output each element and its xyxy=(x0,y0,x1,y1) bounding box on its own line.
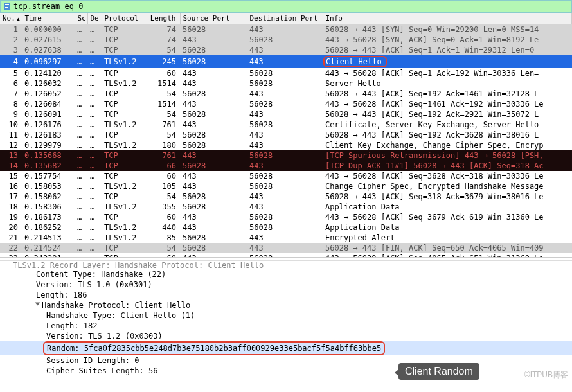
cell-src: 443 xyxy=(180,35,247,45)
detail-handshake-proto[interactable]: Handshake Protocol: Client Hello xyxy=(0,300,572,310)
cell-sc: … xyxy=(75,150,87,161)
table-row[interactable]: 90.126091……TCP545602844356028 → 443 [ACK… xyxy=(0,109,572,120)
detail-length[interactable]: Length: 186 xyxy=(0,290,572,300)
table-row[interactable]: 60.126032……TLSv1.2151444356028Server Hel… xyxy=(0,78,572,89)
cell-proto: TLSv1.2 xyxy=(102,233,143,243)
cell-no: 3 xyxy=(0,45,22,55)
packet-list-pane[interactable]: No.▲ Time Sc De Protocol Length Source P… xyxy=(0,13,572,258)
table-row[interactable]: 140.135682……TCP6656028443[TCP Dup ACK 11… xyxy=(0,161,572,171)
table-row[interactable]: 40.096297……TLSv1.224556028443Client Hell… xyxy=(0,55,572,68)
cell-time: 0.027615 xyxy=(22,35,75,45)
table-row[interactable]: 130.135668……TCP76144356028[TCP Spurious … xyxy=(0,150,572,161)
table-row[interactable]: 190.186173……TCP6044356028443 → 56028 [AC… xyxy=(0,212,572,222)
detail-hs-version[interactable]: Version: TLS 1.2 (0x0303) xyxy=(0,331,572,341)
table-row[interactable]: 80.126084……TCP151444356028443 → 56028 [A… xyxy=(0,99,572,109)
cell-no: 2 xyxy=(0,35,22,45)
cell-sc: … xyxy=(75,212,87,222)
col-header-sport[interactable]: Source Port xyxy=(180,13,247,24)
detail-random[interactable]: Random: 5fca0f2835cbb5e248d7b3e75180b2b3… xyxy=(0,341,572,355)
cell-info: Application Data xyxy=(323,202,572,212)
cell-info: 443 → 56028 [ACK] Seq=1461 Ack=192 Win=3… xyxy=(323,99,572,109)
table-row[interactable]: 50.124120……TCP6044356028443 → 56028 [ACK… xyxy=(0,68,572,78)
col-header-dport[interactable]: Destination Port xyxy=(247,13,323,24)
cell-dst: 443 xyxy=(247,233,323,243)
packet-details-pane[interactable]: TLSv1.2 Record Layer: Handshake Protocol… xyxy=(0,258,572,392)
cell-de: … xyxy=(87,243,102,253)
cell-proto: TCP xyxy=(102,24,143,35)
table-row[interactable]: 180.158306……TLSv1.235556028443Applicatio… xyxy=(0,202,572,212)
table-row[interactable]: 100.126176……TLSv1.276144356028Certificat… xyxy=(0,120,572,130)
cell-de: … xyxy=(87,55,102,68)
col-header-proto[interactable]: Protocol xyxy=(102,13,143,24)
table-row[interactable]: 120.129979……TLSv1.218056028443Client Key… xyxy=(0,140,572,150)
table-row[interactable]: 150.157754……TCP6044356028443 → 56028 [AC… xyxy=(0,171,572,181)
cell-proto: TCP xyxy=(102,253,143,258)
cell-de: … xyxy=(87,109,102,120)
cell-src: 56028 xyxy=(180,202,247,212)
client-hello-callout: Client Hello xyxy=(323,56,387,67)
cell-time: 0.135668 xyxy=(22,150,75,161)
cell-sc: … xyxy=(75,253,87,258)
cell-src: 56028 xyxy=(180,55,247,68)
cell-info: 56028 → 443 [ACK] Seq=192 Ack=2921 Win=3… xyxy=(323,109,572,120)
table-row[interactable]: 20.027615……TCP7444356028443 → 56028 [SYN… xyxy=(0,35,572,45)
cell-no: 7 xyxy=(0,89,22,99)
table-row[interactable]: 110.126183……TCP545602844356028 → 443 [AC… xyxy=(0,130,572,140)
cell-dst: 56028 xyxy=(247,120,323,130)
packet-list-header[interactable]: No.▲ Time Sc De Protocol Length Source P… xyxy=(0,13,572,24)
cell-src: 56028 xyxy=(180,24,247,35)
cell-sc: … xyxy=(75,78,87,89)
cell-dst: 56028 xyxy=(247,68,323,78)
detail-record-layer[interactable]: TLSv1.2 Record Layer: Handshake Protocol… xyxy=(0,260,572,269)
cell-no: 1 xyxy=(0,24,22,35)
filter-input[interactable] xyxy=(13,2,569,11)
table-row[interactable]: 30.027638……TCP545602844356028 → 443 [ACK… xyxy=(0,45,572,55)
cell-no: 12 xyxy=(0,140,22,150)
cell-len: 66 xyxy=(143,161,180,171)
col-header-dest[interactable]: De xyxy=(87,13,102,24)
cell-src: 56028 xyxy=(180,89,247,99)
table-row[interactable]: 160.158053……TLSv1.210544356028Change Cip… xyxy=(0,181,572,192)
cell-time: 0.126052 xyxy=(22,89,75,99)
detail-handshake-type[interactable]: Handshake Type: Client Hello (1) xyxy=(0,310,572,321)
cell-time: 0.096297 xyxy=(22,55,75,68)
cell-dst: 56028 xyxy=(247,181,323,192)
table-row[interactable]: 70.126052……TCP545602844356028 → 443 [ACK… xyxy=(0,89,572,99)
cell-de: … xyxy=(87,150,102,161)
cell-dst: 443 xyxy=(247,89,323,99)
cell-time: 0.027638 xyxy=(22,45,75,55)
table-row[interactable]: 10.000000……TCP745602844356028 → 443 [SYN… xyxy=(0,24,572,35)
cell-dst: 443 xyxy=(247,24,323,35)
cell-info: 56028 → 443 [FIN, ACK] Seq=650 Ack=4065 … xyxy=(323,243,572,253)
cell-sc: … xyxy=(75,222,87,233)
cell-len: 60 xyxy=(143,212,180,222)
table-row[interactable]: 230.242291……TCP6044356028443 → 56028 [AC… xyxy=(0,253,572,258)
cell-dst: 56028 xyxy=(247,253,323,258)
cell-dst: 443 xyxy=(247,161,323,171)
cell-no: 6 xyxy=(0,78,22,89)
detail-cipher-suites-len[interactable]: Cipher Suites Length: 56 xyxy=(0,366,572,376)
cell-info: 443 → 56028 [ACK] Seq=3679 Ack=619 Win=3… xyxy=(323,212,572,222)
cell-dst: 443 xyxy=(247,202,323,212)
cell-len: 180 xyxy=(143,140,180,150)
col-header-info[interactable]: Info xyxy=(323,13,572,24)
col-header-no[interactable]: No.▲ xyxy=(0,13,22,24)
cell-len: 54 xyxy=(143,45,180,55)
table-row[interactable]: 220.214524……TCP545602844356028 → 443 [FI… xyxy=(0,243,572,253)
detail-hs-length[interactable]: Length: 182 xyxy=(0,321,572,331)
cell-sc: … xyxy=(75,99,87,109)
table-row[interactable]: 210.214513……TLSv1.28556028443Encrypted A… xyxy=(0,233,572,243)
detail-content-type[interactable]: Content Type: Handshake (22) xyxy=(0,269,572,280)
cell-sc: … xyxy=(75,24,87,35)
col-header-source[interactable]: Sc xyxy=(75,13,87,24)
col-header-time[interactable]: Time xyxy=(22,13,75,24)
cell-proto: TCP xyxy=(102,161,143,171)
detail-version[interactable]: Version: TLS 1.0 (0x0301) xyxy=(0,280,572,290)
table-row[interactable]: 170.158062……TCP545602844356028 → 443 [AC… xyxy=(0,192,572,202)
col-header-length[interactable]: Length xyxy=(143,13,180,24)
cell-proto: TLSv1.2 xyxy=(102,222,143,233)
table-row[interactable]: 200.186252……TLSv1.244044356028Applicatio… xyxy=(0,222,572,233)
random-callout-box: Random: 5fca0f2835cbb5e248d7b3e75180b2b3… xyxy=(43,341,385,355)
detail-session-id-len[interactable]: Session ID Length: 0 xyxy=(0,355,572,366)
display-filter-bar[interactable] xyxy=(0,0,572,13)
